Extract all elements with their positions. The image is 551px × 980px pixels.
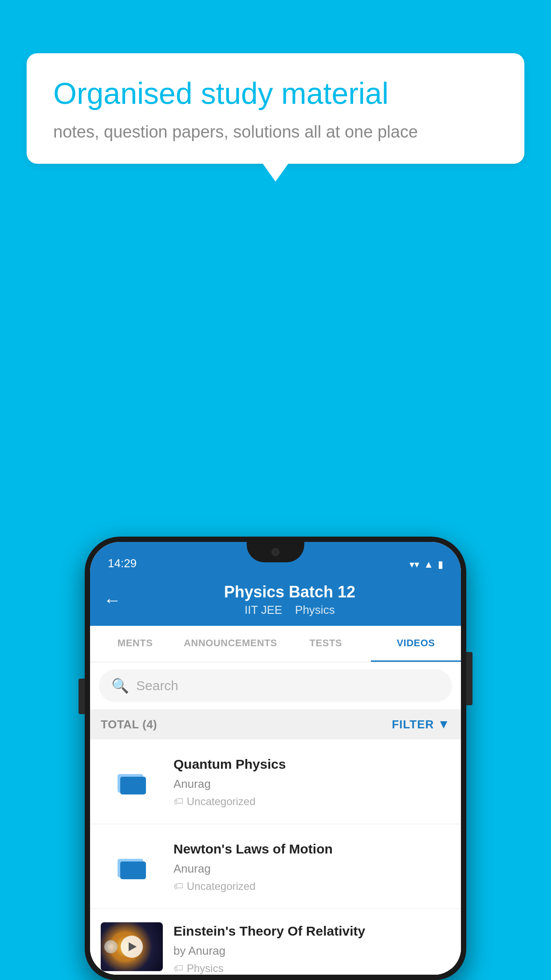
status-time: 14:29 — [108, 557, 137, 570]
tab-videos[interactable]: VIDEOS — [371, 626, 461, 662]
total-count: TOTAL (4) — [101, 718, 157, 731]
tag-icon-1: 🏷 — [173, 796, 183, 807]
video-thumbnail-3 — [101, 922, 163, 971]
video-tag-1: 🏷 Uncategorized — [173, 795, 450, 808]
tag-icon-2: 🏷 — [173, 881, 183, 892]
video-title-3: Einstein's Theory Of Relativity — [173, 922, 450, 940]
phone-outer: 14:29 ▾▾ ▲ ▮ ← Physics Batch 12 IIT JEE — [85, 537, 466, 980]
batch-title: Physics Batch 12 — [132, 583, 448, 601]
tag-label-3: Physics — [187, 962, 224, 975]
folder-svg-1 — [114, 766, 150, 797]
video-list: Quantum Physics Anurag 🏷 Uncategorized — [90, 739, 461, 975]
subtitle-physics: Physics — [295, 603, 335, 616]
tag-label-2: Uncategorized — [187, 880, 256, 893]
video-tag-2: 🏷 Uncategorized — [173, 880, 450, 893]
status-bar: 14:29 ▾▾ ▲ ▮ — [90, 542, 461, 574]
thumb-bg-3 — [101, 922, 163, 971]
notch — [247, 542, 304, 562]
video-author-2: Anurag — [173, 862, 450, 876]
video-info-2: Newton's Laws of Motion Anurag 🏷 Uncateg… — [173, 840, 450, 893]
speech-bubble-area: Organised study material notes, question… — [27, 53, 524, 164]
tag-icon-3: 🏷 — [173, 963, 183, 974]
status-icons: ▾▾ ▲ ▮ — [409, 559, 443, 570]
signal-icon: ▲ — [424, 559, 433, 570]
battery-icon: ▮ — [438, 559, 443, 570]
header-title-area: Physics Batch 12 IIT JEE Physics — [132, 583, 448, 617]
video-folder-icon-2 — [101, 851, 163, 882]
video-title-1: Quantum Physics — [173, 755, 450, 773]
subtitle-iit: IIT JEE — [244, 603, 282, 616]
filter-label: FILTER — [392, 718, 434, 731]
folder-svg-2 — [114, 851, 150, 882]
video-tag-3: 🏷 Physics — [173, 962, 450, 975]
filter-funnel-icon: ▼ — [437, 717, 450, 731]
speech-subtext: notes, question papers, solutions all at… — [53, 122, 498, 142]
play-triangle-icon — [129, 942, 137, 951]
batch-subtitle: IIT JEE Physics — [132, 603, 448, 617]
video-author-3: by Anurag — [173, 944, 450, 958]
wifi-icon: ▾▾ — [409, 559, 419, 570]
speech-headline: Organised study material — [53, 75, 498, 112]
video-folder-icon-1 — [101, 766, 163, 797]
search-bar-area: 🔍 Search — [90, 662, 461, 709]
tag-label-1: Uncategorized — [187, 795, 256, 808]
video-info-3: Einstein's Theory Of Relativity by Anura… — [173, 922, 450, 975]
tabs-bar: MENTS ANNOUNCEMENTS TESTS VIDEOS — [90, 626, 461, 662]
phone-screen: 14:29 ▾▾ ▲ ▮ ← Physics Batch 12 IIT JEE — [90, 542, 461, 975]
camera-icon — [272, 548, 279, 556]
tab-announcements[interactable]: ANNOUNCEMENTS — [180, 626, 281, 662]
video-title-2: Newton's Laws of Motion — [173, 840, 450, 858]
tab-ments[interactable]: MENTS — [90, 626, 180, 662]
list-item[interactable]: Einstein's Theory Of Relativity by Anura… — [90, 909, 461, 975]
filter-bar: TOTAL (4) FILTER ▼ — [90, 709, 461, 739]
speech-bubble: Organised study material notes, question… — [27, 53, 524, 164]
back-button[interactable]: ← — [103, 591, 121, 609]
tab-tests[interactable]: TESTS — [281, 626, 371, 662]
video-info-1: Quantum Physics Anurag 🏷 Uncategorized — [173, 755, 450, 808]
phone-wrapper: 14:29 ▾▾ ▲ ▮ ← Physics Batch 12 IIT JEE — [85, 537, 466, 980]
play-button-3[interactable] — [121, 936, 143, 958]
app-header: ← Physics Batch 12 IIT JEE Physics — [90, 574, 461, 626]
search-icon: 🔍 — [111, 677, 129, 694]
search-placeholder: Search — [136, 678, 178, 693]
list-item[interactable]: Quantum Physics Anurag 🏷 Uncategorized — [90, 739, 461, 824]
filter-button[interactable]: FILTER ▼ — [392, 717, 450, 731]
list-item[interactable]: Newton's Laws of Motion Anurag 🏷 Uncateg… — [90, 824, 461, 909]
video-author-1: Anurag — [173, 777, 450, 791]
search-bar[interactable]: 🔍 Search — [99, 669, 452, 702]
